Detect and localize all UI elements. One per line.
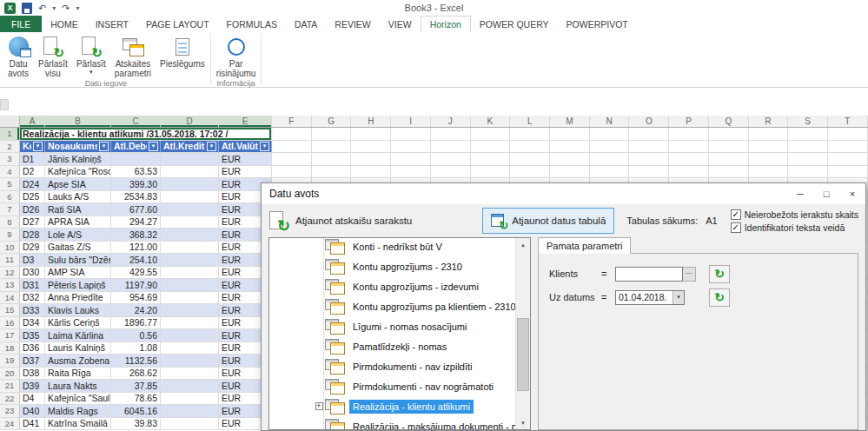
row-header-8[interactable]: 8 (0, 216, 20, 229)
row-header-19[interactable]: 19 (0, 355, 20, 368)
cell-kods[interactable]: D29 (20, 242, 45, 255)
empty-cell[interactable] (272, 166, 312, 179)
empty-cell[interactable] (391, 128, 431, 141)
empty-cell[interactable] (669, 166, 709, 179)
cell-nosaukums[interactable]: Kafejnīca "Saul (45, 393, 111, 406)
browse-button[interactable]: ... (683, 267, 696, 282)
empty-cell[interactable] (550, 166, 590, 179)
checkbox-neierobe-ots-ierakstu-skaits[interactable]: ✓Neierobežots ierakstu skaits (731, 209, 858, 220)
tab-home[interactable]: HOME (42, 16, 87, 32)
datu-avots-button[interactable]: Datuavots (3, 33, 34, 78)
empty-cell[interactable] (471, 166, 511, 179)
cell-kredits[interactable] (161, 229, 219, 242)
empty-cell[interactable] (391, 166, 431, 179)
empty-cell[interactable] (550, 153, 590, 166)
close-icon[interactable]: × (839, 183, 865, 204)
empty-cell[interactable] (510, 141, 550, 154)
qat-customize-icon[interactable]: ▾ (76, 3, 79, 14)
empty-cell[interactable] (351, 128, 391, 141)
cell-kredits[interactable] (161, 393, 219, 406)
row-header-12[interactable]: 12 (0, 267, 20, 280)
row-header-20[interactable]: 20 (0, 368, 20, 381)
tab-view[interactable]: VIEW (380, 16, 421, 32)
empty-cell[interactable] (749, 128, 789, 141)
cell-nosaukums[interactable]: AMP SIA (45, 267, 111, 280)
cell-kredits[interactable] (161, 166, 219, 179)
row-header-14[interactable]: 14 (0, 292, 20, 305)
cell-debets[interactable]: 294.27 (111, 216, 161, 229)
tab-review[interactable]: REVIEW (326, 16, 379, 32)
cell-kredits[interactable] (161, 342, 219, 355)
cell-debets[interactable]: 399.30 (111, 178, 161, 191)
cell-nosaukums[interactable]: Pēteris Lapiņš (45, 279, 111, 292)
tree-item[interactable]: Kontu apgrozījums - izdevumi (269, 276, 530, 296)
empty-cell[interactable] (669, 153, 709, 166)
empty-cell[interactable] (788, 153, 828, 166)
maximize-icon[interactable]: □ (813, 183, 839, 204)
empty-cell[interactable] (669, 128, 709, 141)
cell-kredits[interactable] (161, 216, 219, 229)
cell-debets[interactable]: 6045.16 (111, 405, 161, 418)
cell-kods[interactable]: D1 (20, 153, 45, 166)
row-header-23[interactable]: 23 (0, 405, 20, 418)
column-header-e[interactable]: E (219, 116, 272, 127)
save-icon[interactable] (22, 3, 32, 14)
empty-cell[interactable] (590, 153, 630, 166)
row-header-10[interactable]: 10 (0, 242, 20, 255)
row-header-21[interactable]: 21 (0, 380, 20, 393)
cell-kods[interactable]: D30 (20, 267, 45, 280)
tree-item[interactable]: +Realizācija - klientu atlikumi (269, 396, 530, 416)
tree-item[interactable]: Realizācija - maksājuma dokumenti - pies… (269, 416, 530, 430)
empty-cell[interactable] (709, 166, 749, 179)
tree-item[interactable]: Pirmdokumenti - nav nogrāmatoti (269, 376, 530, 396)
tab-page-layout[interactable]: PAGE LAYOUT (137, 16, 218, 32)
empty-cell[interactable] (629, 153, 669, 166)
pārlasīt-button[interactable]: Pārlasīt▾ (72, 33, 110, 78)
empty-cell[interactable] (828, 128, 868, 141)
empty-cell[interactable] (510, 128, 550, 141)
scroll-down-icon[interactable]: ▼ (516, 416, 530, 429)
cell-nosaukums[interactable]: Sulu bārs "Dzēr (45, 254, 111, 267)
column-header-l[interactable]: L (510, 116, 550, 127)
column-header-b[interactable]: B (45, 116, 111, 127)
empty-cell[interactable] (272, 153, 312, 166)
checkbox-identifikatori-teksta-veid-[interactable]: ✓Identifikatori teksta veidā (731, 222, 858, 233)
column-header-o[interactable]: O (629, 116, 669, 127)
empty-cell[interactable] (431, 166, 471, 179)
cell-nosaukums[interactable]: Ausma Zobena (45, 355, 111, 368)
pārlasīt-visu-button[interactable]: Pārlasītvisu (34, 33, 72, 78)
cell-nosaukums[interactable]: Klavis Lauks (45, 304, 111, 317)
row-header-2[interactable]: 2 (0, 141, 20, 154)
report-title-cell[interactable]: Realizācija - klientu atlikumi /31.05.20… (20, 128, 272, 141)
scroll-up-icon[interactable]: ▲ (516, 238, 530, 251)
empty-cell[interactable] (788, 141, 828, 154)
tab-horizon[interactable]: Horizon (421, 16, 471, 32)
column-header-h[interactable]: H (351, 116, 391, 127)
cell-debets[interactable]: 37.85 (111, 380, 161, 393)
empty-cell[interactable] (749, 141, 789, 154)
empty-cell[interactable] (510, 153, 550, 166)
cell-kods[interactable]: D34 (20, 317, 45, 330)
row-header-6[interactable]: 6 (0, 191, 20, 204)
cell-debets[interactable]: 78.65 (111, 393, 161, 406)
column-header-r[interactable]: R (749, 116, 789, 127)
undo-icon[interactable]: ↶ (38, 3, 46, 14)
redo-icon[interactable]: ↷ (62, 3, 70, 14)
tree-item[interactable]: Kontu apgrozījums - 2310 (269, 256, 530, 276)
empty-cell[interactable] (828, 141, 868, 154)
tab-power-query[interactable]: POWER QUERY (471, 16, 558, 32)
cell-nosaukums[interactable]: Lauks A/S (45, 191, 111, 204)
empty-cell[interactable] (312, 166, 352, 179)
empty-cell[interactable] (431, 128, 471, 141)
atskaites-parametri-button[interactable]: Atskaitesparametri (110, 33, 156, 78)
select-all-corner[interactable] (0, 116, 20, 127)
empty-cell[interactable] (312, 141, 352, 154)
cell-debets[interactable]: 1.08 (111, 342, 161, 355)
cell-nosaukums[interactable]: Kārlis Ceriņš (45, 317, 111, 330)
cell-kredits[interactable] (161, 279, 219, 292)
param-input[interactable] (615, 267, 683, 282)
cell-nosaukums[interactable]: Katrīna Smailā (45, 418, 111, 431)
table-header-atl-val-ta[interactable]: Atl.Valūta▼ (219, 141, 272, 154)
cell-nosaukums[interactable]: Raita Rīga (45, 368, 111, 381)
cell-kredits[interactable] (161, 254, 219, 267)
